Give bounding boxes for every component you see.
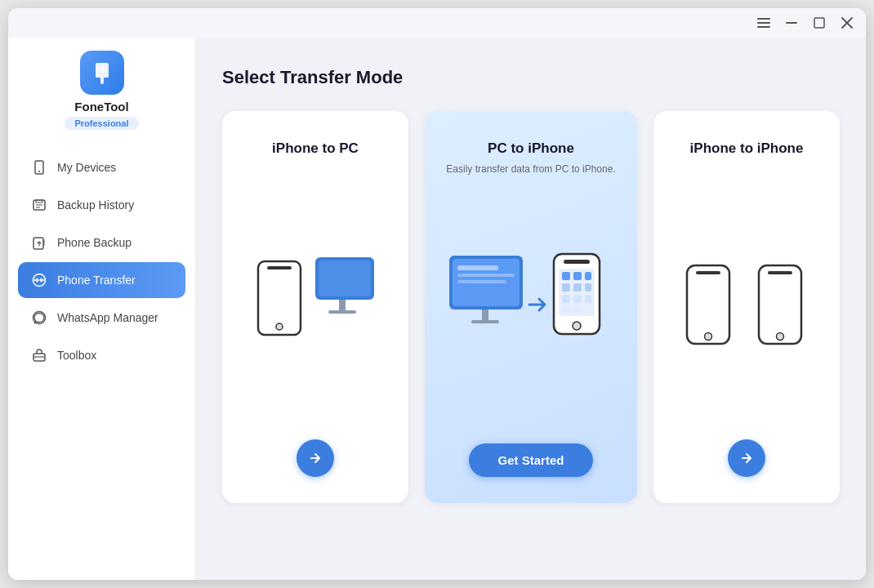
close-button[interactable] (838, 14, 856, 32)
svg-rect-46 (585, 295, 591, 303)
svg-rect-4 (814, 18, 824, 28)
svg-rect-22 (267, 266, 292, 270)
iphone-to-pc-illustration (239, 198, 392, 423)
card-title: iPhone to PC (272, 140, 359, 157)
card-subtitle: Easily transfer data from PC to iPhone. (446, 163, 615, 178)
transfer-icon (31, 272, 47, 288)
sidebar-item-label: Toolbox (57, 349, 96, 362)
svg-rect-40 (585, 272, 591, 280)
phone-icon (31, 159, 47, 176)
svg-rect-43 (585, 283, 591, 292)
svg-rect-27 (328, 310, 356, 314)
svg-rect-11 (36, 200, 42, 203)
svg-rect-54 (768, 271, 792, 274)
card-title: iPhone to iPhone (690, 140, 804, 157)
sidebar-item-devices[interactable]: My Devices (18, 149, 185, 185)
svg-rect-14 (33, 238, 43, 249)
card-title: PC to iPhone (488, 140, 574, 157)
svg-rect-48 (573, 306, 582, 313)
titlebar (8, 8, 866, 38)
minimize-button[interactable] (783, 14, 800, 32)
svg-rect-1 (757, 22, 770, 24)
svg-rect-2 (757, 26, 770, 28)
svg-point-7 (99, 66, 105, 73)
svg-point-9 (38, 171, 40, 172)
svg-rect-41 (562, 283, 570, 292)
svg-rect-50 (687, 265, 729, 344)
iphone-to-iphone-card[interactable]: iPhone to iPhone (653, 111, 840, 503)
iphone-to-iphone-arrow-button[interactable] (728, 439, 765, 477)
svg-rect-51 (696, 271, 720, 274)
svg-rect-0 (757, 18, 770, 20)
app-name: FoneTool (74, 100, 128, 114)
app-logo (80, 51, 124, 95)
svg-rect-44 (562, 295, 570, 303)
pc-to-iphone-action: Get Started (469, 443, 594, 477)
transfer-mode-cards: iPhone to PC (222, 111, 840, 503)
svg-point-55 (777, 333, 784, 341)
sidebar-item-label: Backup History (57, 198, 134, 212)
history-icon (31, 197, 47, 213)
svg-rect-15 (43, 239, 45, 246)
svg-rect-47 (562, 306, 570, 313)
sidebar-item-label: Phone Transfer (57, 274, 136, 287)
sidebar-item-label: My Devices (57, 161, 116, 174)
iphone-to-pc-card[interactable]: iPhone to PC (222, 111, 408, 503)
svg-rect-32 (457, 280, 506, 283)
sidebar-item-phone-transfer[interactable]: Phone Transfer (18, 262, 185, 298)
svg-rect-33 (482, 310, 488, 321)
svg-rect-30 (457, 265, 498, 270)
sidebar-item-toolbox[interactable]: Toolbox (18, 337, 185, 373)
toolbox-icon (31, 347, 47, 363)
svg-point-49 (573, 322, 581, 330)
svg-rect-3 (786, 22, 797, 24)
get-started-button[interactable]: Get Started (469, 443, 594, 477)
menu-button[interactable] (755, 14, 773, 32)
pc-to-iphone-card[interactable]: PC to iPhone Easily transfer data from P… (425, 111, 637, 503)
backup-icon (31, 234, 47, 251)
iphone-to-pc-arrow-button[interactable] (297, 439, 334, 477)
svg-rect-26 (339, 300, 346, 311)
svg-rect-34 (471, 320, 499, 323)
nav-list: My Devices Backup History (8, 149, 195, 373)
sidebar-item-label: Phone Backup (57, 236, 132, 249)
app-window: FoneTool Professional My Devices (8, 8, 866, 580)
logo-area: FoneTool Professional (65, 51, 138, 130)
svg-rect-36 (564, 260, 590, 264)
svg-rect-31 (457, 274, 515, 277)
svg-rect-25 (319, 261, 371, 296)
main-area: FoneTool Professional My Devices (8, 38, 866, 580)
svg-point-52 (705, 333, 712, 341)
pro-badge: Professional (65, 117, 138, 130)
page-title: Select Transfer Mode (222, 67, 840, 88)
svg-rect-39 (573, 272, 582, 280)
sidebar-item-backup-history[interactable]: Backup History (18, 187, 185, 223)
svg-rect-42 (573, 283, 582, 292)
svg-rect-45 (573, 295, 582, 303)
svg-rect-53 (759, 265, 801, 344)
iphone-to-iphone-action (728, 439, 765, 477)
sidebar: FoneTool Professional My Devices (8, 38, 196, 580)
whatsapp-icon (31, 310, 47, 326)
svg-rect-38 (562, 272, 570, 280)
pc-to-iphone-illustration (441, 198, 621, 427)
maximize-button[interactable] (810, 14, 828, 32)
svg-point-23 (276, 323, 283, 330)
iphone-to-iphone-illustration (670, 198, 823, 423)
content-area: Select Transfer Mode iPhone to PC (196, 38, 866, 580)
iphone-to-pc-action (297, 439, 334, 477)
sidebar-item-label: WhatsApp Manager (57, 311, 158, 324)
sidebar-item-whatsapp[interactable]: WhatsApp Manager (18, 300, 185, 336)
sidebar-item-phone-backup[interactable]: Phone Backup (18, 225, 185, 261)
